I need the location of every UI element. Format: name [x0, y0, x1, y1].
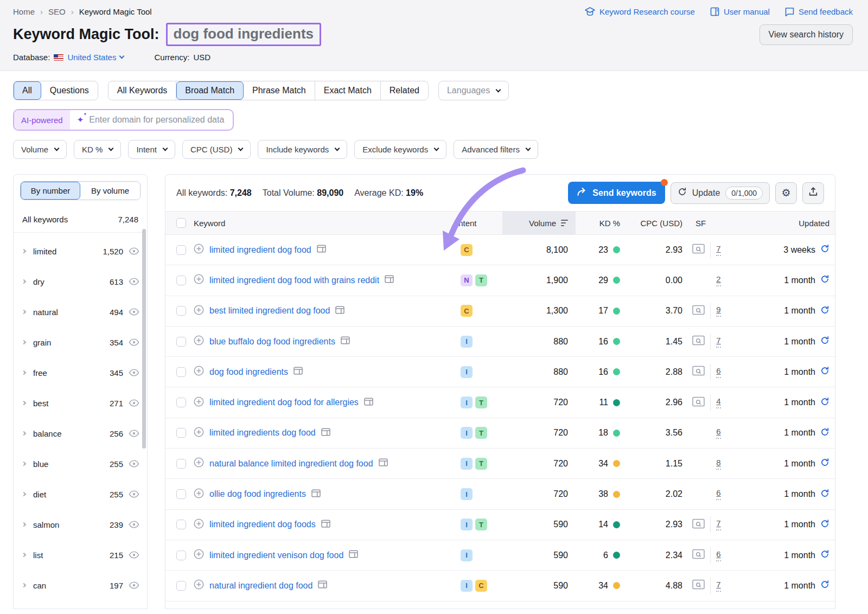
- keyword-group-item[interactable]: dry 613: [14, 266, 147, 297]
- sf-count[interactable]: 7: [716, 580, 721, 592]
- add-keyword-icon[interactable]: [194, 305, 204, 317]
- serp-layout-icon[interactable]: [317, 245, 326, 255]
- refresh-icon[interactable]: [820, 458, 829, 469]
- add-keyword-icon[interactable]: [194, 366, 204, 378]
- filter-dropdown[interactable]: Volume: [13, 140, 67, 159]
- add-keyword-icon[interactable]: [194, 519, 204, 531]
- keyword-link[interactable]: limited ingredient dog food with grains …: [209, 276, 379, 285]
- row-checkbox[interactable]: [176, 459, 186, 469]
- refresh-icon[interactable]: [820, 580, 829, 591]
- row-checkbox[interactable]: [176, 581, 186, 591]
- send-feedback-link[interactable]: Send feedback: [785, 7, 853, 16]
- serp-layout-icon[interactable]: [364, 398, 373, 408]
- database-selector[interactable]: United States: [67, 53, 124, 62]
- match-type-tab[interactable]: All: [14, 81, 41, 100]
- serp-preview-icon[interactable]: [692, 366, 705, 378]
- sidebar-sort-option[interactable]: By number: [21, 182, 80, 200]
- refresh-icon[interactable]: [820, 519, 829, 530]
- column-header-intent[interactable]: Intent: [456, 212, 502, 234]
- serp-layout-icon[interactable]: [318, 580, 327, 591]
- add-keyword-icon[interactable]: [194, 274, 204, 286]
- keyword-group-item[interactable]: balance 256: [14, 418, 147, 449]
- filter-dropdown[interactable]: Intent: [128, 140, 175, 159]
- serp-layout-icon[interactable]: [321, 520, 330, 530]
- keyword-group-item[interactable]: list 215: [14, 540, 147, 570]
- keyword-link[interactable]: ollie dog food ingredients: [209, 489, 306, 499]
- export-button[interactable]: [802, 182, 824, 204]
- keyword-link[interactable]: limited ingredient dog food for allergie…: [209, 398, 359, 407]
- serp-preview-icon[interactable]: [692, 579, 705, 592]
- keyword-group-item[interactable]: limited 1,520: [14, 236, 147, 266]
- sf-count[interactable]: 6: [716, 488, 721, 500]
- sf-count[interactable]: 7: [716, 336, 721, 348]
- row-checkbox[interactable]: [176, 337, 186, 347]
- eye-icon[interactable]: [129, 490, 139, 498]
- match-type-tab[interactable]: All Keywords: [108, 81, 176, 100]
- send-keywords-button[interactable]: Send keywords: [568, 182, 665, 204]
- keyword-link[interactable]: blue buffalo dog food ingredients: [209, 337, 335, 347]
- sidebar-scrollbar[interactable]: [142, 229, 146, 449]
- eye-icon[interactable]: [129, 460, 139, 468]
- keyword-group-item[interactable]: grain 354: [14, 327, 147, 357]
- keyword-group-item[interactable]: free 345: [14, 357, 147, 388]
- match-type-tab[interactable]: Questions: [41, 81, 98, 100]
- eye-icon[interactable]: [129, 369, 139, 376]
- serp-layout-icon[interactable]: [341, 336, 350, 347]
- user-manual-link[interactable]: User manual: [710, 7, 770, 16]
- breadcrumb-seo[interactable]: SEO: [48, 7, 66, 16]
- keyword-link[interactable]: limited ingredient dog foods: [209, 520, 316, 529]
- sidebar-all-keywords-row[interactable]: All keywords 7,248: [14, 207, 147, 233]
- sf-count[interactable]: 9: [716, 305, 721, 317]
- select-all-checkbox[interactable]: [176, 218, 186, 228]
- serp-layout-icon[interactable]: [349, 550, 358, 560]
- keyword-group-item[interactable]: can 197: [14, 570, 147, 600]
- row-checkbox[interactable]: [176, 306, 186, 316]
- refresh-icon[interactable]: [820, 336, 829, 347]
- sf-count[interactable]: 4: [716, 396, 721, 408]
- refresh-icon[interactable]: [820, 366, 829, 378]
- keyword-research-course-link[interactable]: Keyword Research course: [585, 7, 695, 16]
- serp-layout-icon[interactable]: [311, 489, 321, 500]
- match-type-tab[interactable]: Broad Match: [176, 81, 244, 100]
- keyword-link[interactable]: natural ingredient dog food: [209, 581, 312, 591]
- add-keyword-icon[interactable]: [194, 335, 204, 348]
- add-keyword-icon[interactable]: [194, 396, 204, 409]
- keyword-group-item[interactable]: diet 255: [14, 479, 147, 509]
- sf-count[interactable]: 7: [716, 519, 721, 530]
- column-header-updated[interactable]: Updated: [749, 212, 835, 234]
- column-header-sf[interactable]: SF: [692, 212, 749, 234]
- refresh-icon[interactable]: [820, 274, 829, 286]
- add-keyword-icon[interactable]: [194, 488, 204, 501]
- row-checkbox[interactable]: [176, 245, 186, 255]
- keyword-link[interactable]: natural balance limited ingredient dog f…: [209, 459, 373, 469]
- eye-icon[interactable]: [129, 521, 139, 528]
- column-header-kd[interactable]: KD %: [576, 212, 630, 234]
- sf-count[interactable]: 2: [716, 274, 721, 286]
- eye-icon[interactable]: [129, 278, 139, 285]
- serp-layout-icon[interactable]: [379, 458, 388, 469]
- add-keyword-icon[interactable]: [194, 579, 204, 592]
- refresh-icon[interactable]: [820, 489, 829, 500]
- keyword-link[interactable]: limited ingredient dog food: [209, 245, 311, 255]
- breadcrumb-home[interactable]: Home: [13, 7, 35, 16]
- serp-preview-icon[interactable]: [692, 335, 705, 348]
- sf-count[interactable]: 6: [716, 366, 721, 378]
- eye-icon[interactable]: [129, 247, 139, 255]
- row-checkbox[interactable]: [176, 428, 186, 438]
- view-search-history-button[interactable]: View search history: [760, 24, 853, 45]
- filter-dropdown[interactable]: Exclude keywords: [354, 140, 446, 159]
- keyword-link[interactable]: limited ingredient venison dog food: [209, 551, 343, 560]
- keyword-group-item[interactable]: best 271: [14, 388, 147, 418]
- sf-count[interactable]: 8: [716, 458, 721, 470]
- domain-input[interactable]: ✦ Enter domain for personalized data: [70, 110, 233, 130]
- eye-icon[interactable]: [129, 308, 139, 316]
- row-checkbox[interactable]: [176, 551, 186, 560]
- add-keyword-icon[interactable]: [194, 244, 204, 256]
- refresh-icon[interactable]: [820, 397, 829, 408]
- table-settings-button[interactable]: ⚙: [775, 182, 797, 204]
- match-type-tab[interactable]: Related: [381, 81, 428, 100]
- eye-icon[interactable]: [129, 430, 139, 437]
- refresh-icon[interactable]: [820, 427, 829, 439]
- sf-count[interactable]: 6: [716, 427, 721, 439]
- serp-preview-icon[interactable]: [692, 519, 705, 531]
